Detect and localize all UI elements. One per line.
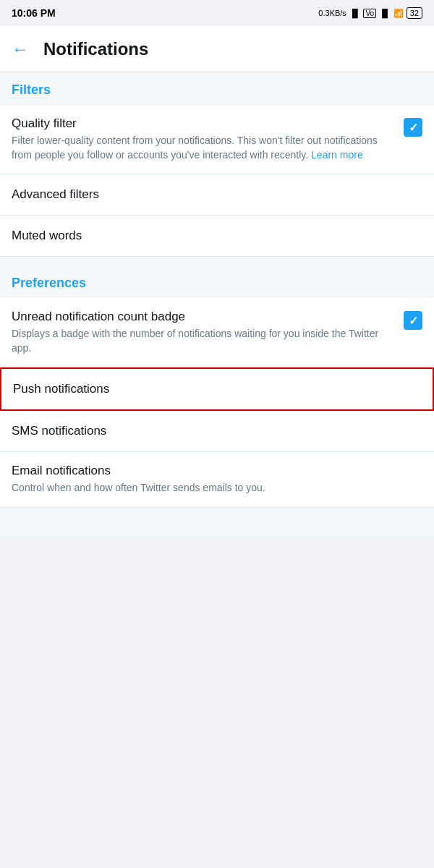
muted-words-item[interactable]: Muted words — [0, 216, 434, 257]
network-speed: 0.3KB/s — [318, 9, 346, 17]
unread-badge-content: Unread notification count badge Displays… — [12, 310, 404, 355]
quality-filter-title: Quality filter — [12, 116, 395, 131]
sms-notifications-title: SMS notifications — [12, 424, 422, 438]
quality-filter-item[interactable]: Quality filter Filter lower-quality cont… — [0, 105, 434, 174]
battery-icon: 32 — [407, 7, 422, 19]
filters-title: Filters — [12, 82, 51, 97]
learn-more-link[interactable]: Learn more — [311, 149, 363, 161]
unread-badge-title: Unread notification count badge — [12, 310, 395, 324]
push-notifications-title: Push notifications — [13, 382, 421, 396]
quality-filter-desc: Filter lower-quality content from your n… — [12, 134, 395, 162]
section-gap — [0, 257, 434, 265]
status-icons: 0.3KB/s ▐▌ Vo ▐▌ 📶 32 — [318, 7, 422, 19]
wifi-icon: 📶 — [393, 9, 404, 18]
filters-section-header: Filters — [0, 72, 434, 105]
advanced-filters-item[interactable]: Advanced filters — [0, 174, 434, 216]
preferences-title: Preferences — [12, 276, 86, 290]
email-notifications-desc: Control when and how often Twitter sends… — [12, 481, 414, 495]
email-notifications-content: Email notifications Control when and how… — [12, 464, 422, 495]
preferences-section-header: Preferences — [0, 265, 434, 298]
sms-notifications-item[interactable]: SMS notifications — [0, 411, 434, 452]
back-button[interactable]: ← — [12, 41, 29, 58]
bottom-gap — [0, 508, 434, 537]
email-notifications-item[interactable]: Email notifications Control when and how… — [0, 452, 434, 508]
quality-filter-content: Quality filter Filter lower-quality cont… — [12, 116, 404, 162]
unread-badge-checkbox[interactable] — [404, 311, 422, 330]
sim-icon: Vo — [363, 9, 376, 18]
quality-filter-checkbox[interactable] — [404, 118, 422, 137]
unread-badge-item[interactable]: Unread notification count badge Displays… — [0, 298, 434, 367]
push-notifications-item[interactable]: Push notifications — [0, 367, 434, 411]
signal-icon: ▐▌ — [349, 9, 361, 17]
page-title: Notifications — [43, 39, 148, 59]
signal2-icon: ▐▌ — [379, 9, 391, 17]
advanced-filters-title: Advanced filters — [12, 187, 422, 202]
status-bar: 10:06 PM 0.3KB/s ▐▌ Vo ▐▌ 📶 32 — [0, 0, 434, 26]
header: ← Notifications — [0, 26, 434, 72]
email-notifications-title: Email notifications — [12, 464, 414, 478]
muted-words-title: Muted words — [12, 229, 422, 243]
unread-badge-desc: Displays a badge with the number of noti… — [12, 327, 395, 355]
status-time: 10:06 PM — [12, 7, 56, 19]
